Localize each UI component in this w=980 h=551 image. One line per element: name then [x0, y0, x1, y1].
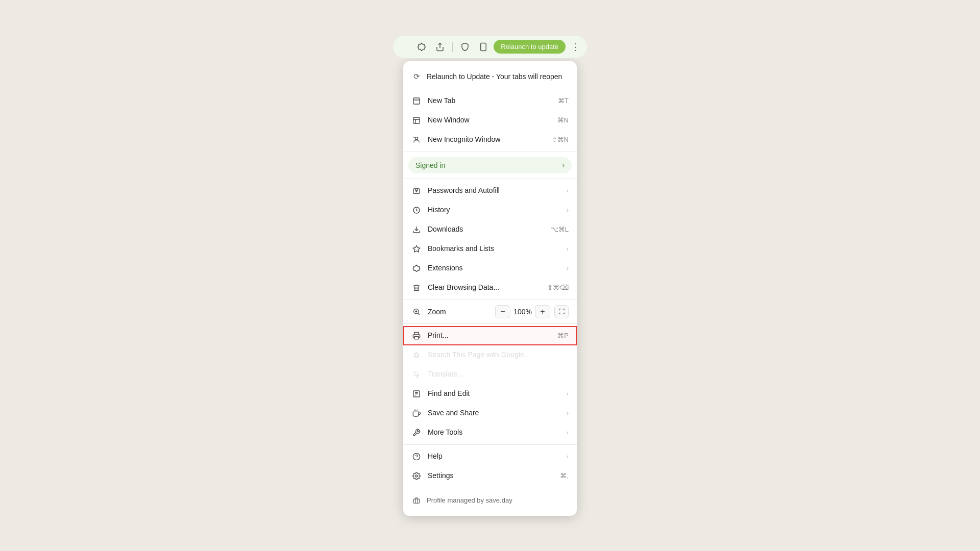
- new-tab-item[interactable]: New Tab ⌘T: [403, 91, 577, 111]
- zoom-in-button[interactable]: +: [535, 305, 550, 318]
- search-google-label: Search This Page with Google...: [428, 350, 569, 359]
- new-window-icon: [411, 115, 422, 126]
- toolbar-icons: [414, 40, 491, 54]
- help-settings-section: Help › Settings ⌘,: [403, 445, 577, 488]
- extensions-item[interactable]: Extensions ›: [403, 259, 577, 278]
- downloads-label: Downloads: [428, 224, 545, 234]
- new-window-item[interactable]: New Window ⌘N: [403, 111, 577, 130]
- search-google-item: G Search This Page with Google...: [403, 345, 577, 365]
- print-label: Print...: [428, 331, 551, 340]
- share-icon[interactable]: [433, 40, 447, 54]
- find-edit-icon: [411, 389, 422, 399]
- downloads-shortcut: ⌥⌘L: [551, 226, 569, 233]
- zoom-fullscreen-button[interactable]: [554, 305, 569, 318]
- profile-managed-icon: [411, 495, 422, 506]
- save-share-icon: [411, 408, 422, 418]
- help-item[interactable]: Help ›: [403, 447, 577, 466]
- relaunch-button[interactable]: Relaunch to update: [494, 40, 566, 54]
- bookmarks-icon: [411, 244, 422, 254]
- help-label: Help: [428, 452, 564, 461]
- svg-line-8: [413, 137, 414, 138]
- save-share-item[interactable]: Save and Share ›: [403, 404, 577, 423]
- shield-icon[interactable]: [458, 40, 472, 54]
- zoom-row: Zoom − 100% +: [403, 302, 577, 321]
- extensions-arrow-icon: ›: [567, 264, 569, 272]
- more-tools-label: More Tools: [428, 428, 564, 437]
- print-icon: [411, 331, 422, 341]
- relaunch-notice-item[interactable]: ⟳ Relaunch to Update - Your tabs will re…: [403, 66, 577, 87]
- settings-icon: [411, 471, 422, 481]
- passwords-item[interactable]: Passwords and Autofill ›: [403, 181, 577, 201]
- clear-browsing-label: Clear Browsing Data...: [428, 283, 541, 292]
- refresh-icon: ⟳: [411, 71, 422, 82]
- extensions-menu-icon: [411, 263, 422, 273]
- find-edit-item[interactable]: Find and Edit ›: [403, 384, 577, 404]
- zoom-percent-value: 100%: [512, 308, 533, 316]
- bookmarks-label: Bookmarks and Lists: [428, 244, 564, 253]
- history-icon: [411, 205, 422, 215]
- new-window-label: New Window: [428, 115, 551, 124]
- zoom-out-button[interactable]: −: [495, 305, 510, 318]
- signed-in-label: Signed in: [415, 161, 445, 169]
- svg-point-7: [415, 137, 418, 139]
- print-section: Print... ⌘P G Search This Page with Goog…: [403, 324, 577, 445]
- profile-row: Profile managed by save.day: [403, 490, 577, 511]
- tablet-icon[interactable]: [476, 40, 491, 54]
- translate-icon: [411, 369, 422, 380]
- zoom-controls: − 100% +: [495, 305, 569, 318]
- password-icon: [411, 186, 422, 196]
- save-share-label: Save and Share: [428, 408, 564, 417]
- downloads-item[interactable]: Downloads ⌥⌘L: [403, 220, 577, 239]
- help-arrow-icon: ›: [567, 453, 569, 460]
- more-tools-item[interactable]: More Tools ›: [403, 423, 577, 442]
- history-item[interactable]: History ›: [403, 201, 577, 220]
- downloads-icon: [411, 224, 422, 235]
- settings-label: Settings: [428, 471, 554, 480]
- signed-in-button[interactable]: Signed in ›: [408, 157, 572, 173]
- zoom-label: Zoom: [428, 308, 495, 316]
- passwords-arrow-icon: ›: [567, 187, 569, 194]
- relaunch-section: ⟳ Relaunch to Update - Your tabs will re…: [403, 64, 577, 89]
- svg-rect-29: [413, 499, 420, 503]
- svg-point-28: [415, 475, 418, 477]
- find-edit-label: Find and Edit: [428, 389, 564, 398]
- three-dots-button[interactable]: ⋮: [569, 40, 583, 54]
- new-tab-section: New Tab ⌘T New Window ⌘N: [403, 89, 577, 152]
- new-tab-shortcut: ⌘T: [558, 97, 569, 105]
- chrome-menu-dropdown: ⟳ Relaunch to Update - Your tabs will re…: [403, 61, 577, 516]
- svg-marker-13: [413, 245, 420, 252]
- relaunch-notice-text: Relaunch to Update - Your tabs will reop…: [427, 72, 562, 81]
- find-edit-arrow-icon: ›: [567, 390, 569, 397]
- translate-item: Translate...: [403, 365, 577, 384]
- divider: [452, 42, 453, 52]
- extensions-icon[interactable]: [414, 40, 429, 54]
- tools-section: Passwords and Autofill › History ›: [403, 179, 577, 300]
- new-incognito-label: New Incognito Window: [428, 135, 546, 144]
- help-icon: [411, 452, 422, 462]
- passwords-label: Passwords and Autofill: [428, 186, 564, 195]
- incognito-icon: [411, 135, 422, 145]
- signed-in-row: Signed in ›: [403, 154, 577, 177]
- new-incognito-item[interactable]: New Incognito Window ⇧⌘N: [403, 130, 577, 149]
- new-tab-label: New Tab: [428, 96, 552, 105]
- profile-managed-text: Profile managed by save.day: [427, 496, 512, 504]
- browser-toolbar: Relaunch to update ⋮: [393, 36, 587, 58]
- svg-rect-4: [413, 117, 420, 123]
- more-tools-arrow-icon: ›: [567, 429, 569, 436]
- profile-section: Profile managed by save.day: [403, 488, 577, 513]
- history-label: History: [428, 205, 564, 214]
- clear-browsing-item[interactable]: Clear Browsing Data... ⇧⌘⌫: [403, 278, 577, 297]
- new-tab-icon: [411, 96, 422, 106]
- zoom-section: Zoom − 100% +: [403, 300, 577, 324]
- browser-container: Relaunch to update ⋮ ⟳ Relaunch to Updat…: [260, 36, 720, 516]
- print-item[interactable]: Print... ⌘P: [403, 326, 577, 345]
- clear-browsing-shortcut: ⇧⌘⌫: [547, 284, 569, 291]
- zoom-icon: [411, 307, 422, 317]
- more-tools-icon: [411, 428, 422, 438]
- save-share-arrow-icon: ›: [567, 409, 569, 417]
- extensions-label: Extensions: [428, 263, 564, 272]
- svg-rect-2: [413, 98, 420, 104]
- settings-item[interactable]: Settings ⌘,: [403, 466, 577, 486]
- bookmarks-arrow-icon: ›: [567, 245, 569, 253]
- bookmarks-item[interactable]: Bookmarks and Lists ›: [403, 239, 577, 259]
